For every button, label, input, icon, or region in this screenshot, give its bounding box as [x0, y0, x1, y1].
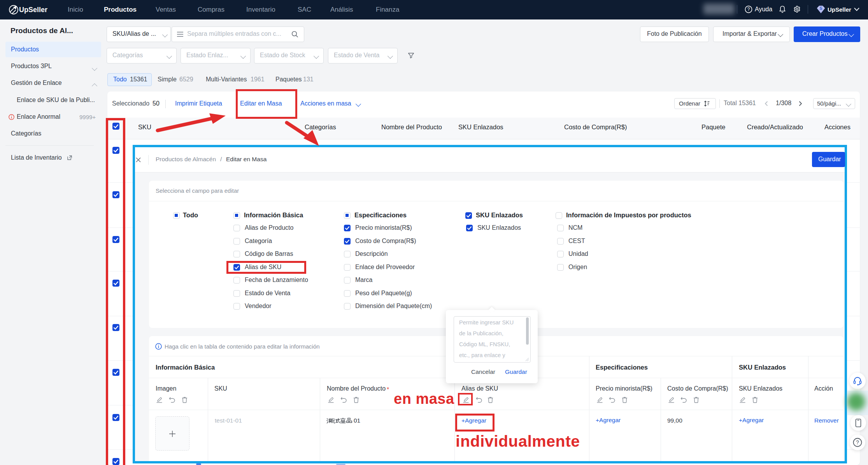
svg-text:?: ?: [856, 439, 859, 446]
svg-text:?: ?: [747, 7, 750, 12]
svg-text:S: S: [820, 6, 822, 11]
